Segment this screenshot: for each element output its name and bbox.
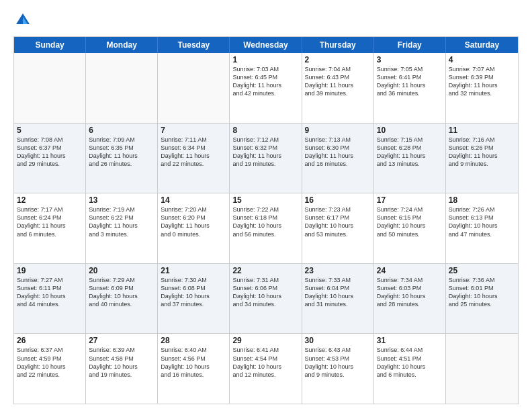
day-cell-3: 3Sunrise: 7:05 AM Sunset: 6:41 PM Daylig… [374,53,446,123]
day-number: 25 [449,266,515,275]
calendar-row-4: 26Sunrise: 6:37 AM Sunset: 4:59 PM Dayli… [14,333,518,404]
day-number: 9 [305,126,371,135]
day-number: 21 [161,266,226,275]
calendar-header: SundayMondayTuesdayWednesdayThursdayFrid… [14,37,518,53]
day-info: Sunrise: 7:19 AM Sunset: 6:22 PM Dayligh… [89,205,154,238]
empty-cell-0-1 [86,53,158,123]
day-cell-23: 23Sunrise: 7:33 AM Sunset: 6:04 PM Dayli… [302,264,374,334]
day-number: 7 [161,126,226,135]
day-number: 28 [161,336,226,345]
day-cell-19: 19Sunrise: 7:27 AM Sunset: 6:11 PM Dayli… [14,264,86,334]
calendar-row-3: 19Sunrise: 7:27 AM Sunset: 6:11 PM Dayli… [14,263,518,334]
day-number: 31 [377,336,443,345]
day-info: Sunrise: 7:27 AM Sunset: 6:11 PM Dayligh… [17,276,83,309]
day-number: 3 [377,55,443,64]
day-cell-18: 18Sunrise: 7:26 AM Sunset: 6:13 PM Dayli… [446,193,518,263]
day-number: 4 [449,55,515,64]
day-cell-8: 8Sunrise: 7:12 AM Sunset: 6:32 PM Daylig… [230,124,302,193]
day-info: Sunrise: 6:43 AM Sunset: 4:53 PM Dayligh… [305,346,371,379]
day-info: Sunrise: 7:16 AM Sunset: 6:26 PM Dayligh… [449,136,515,169]
calendar-body: 1Sunrise: 7:03 AM Sunset: 6:45 PM Daylig… [14,53,518,404]
header-day-friday: Friday [374,37,446,53]
day-number: 16 [305,195,371,205]
day-info: Sunrise: 6:41 AM Sunset: 4:54 PM Dayligh… [232,346,298,379]
day-cell-7: 7Sunrise: 7:11 AM Sunset: 6:34 PM Daylig… [158,124,230,193]
day-info: Sunrise: 7:31 AM Sunset: 6:06 PM Dayligh… [232,276,298,309]
day-info: Sunrise: 7:08 AM Sunset: 6:37 PM Dayligh… [17,136,83,169]
day-cell-16: 16Sunrise: 7:23 AM Sunset: 6:17 PM Dayli… [302,193,374,263]
day-cell-27: 27Sunrise: 6:39 AM Sunset: 4:58 PM Dayli… [86,334,158,404]
day-number: 23 [305,266,371,275]
day-number: 8 [232,126,298,135]
day-info: Sunrise: 7:09 AM Sunset: 6:35 PM Dayligh… [89,136,154,169]
day-info: Sunrise: 6:39 AM Sunset: 4:58 PM Dayligh… [89,346,154,379]
day-info: Sunrise: 7:17 AM Sunset: 6:24 PM Dayligh… [17,205,83,238]
empty-cell-4-6 [446,334,518,404]
day-cell-21: 21Sunrise: 7:30 AM Sunset: 6:08 PM Dayli… [158,264,230,334]
header-day-wednesday: Wednesday [230,37,302,53]
day-number: 15 [232,195,298,205]
day-info: Sunrise: 7:34 AM Sunset: 6:03 PM Dayligh… [377,276,443,309]
day-cell-13: 13Sunrise: 7:19 AM Sunset: 6:22 PM Dayli… [86,193,158,263]
day-info: Sunrise: 7:33 AM Sunset: 6:04 PM Dayligh… [305,276,371,309]
day-info: Sunrise: 7:29 AM Sunset: 6:09 PM Dayligh… [89,276,154,309]
day-number: 20 [89,266,154,275]
day-info: Sunrise: 7:26 AM Sunset: 6:13 PM Dayligh… [449,205,515,238]
day-info: Sunrise: 7:11 AM Sunset: 6:34 PM Dayligh… [161,136,226,169]
day-number: 27 [89,336,154,345]
day-number: 17 [377,195,443,205]
header-day-sunday: Sunday [14,37,86,53]
day-number: 13 [89,195,154,205]
day-number: 12 [17,195,83,205]
day-info: Sunrise: 7:24 AM Sunset: 6:15 PM Dayligh… [377,205,443,238]
calendar: SundayMondayTuesdayWednesdayThursdayFrid… [13,36,519,404]
day-info: Sunrise: 7:22 AM Sunset: 6:18 PM Dayligh… [232,205,298,238]
day-cell-1: 1Sunrise: 7:03 AM Sunset: 6:45 PM Daylig… [230,53,302,123]
day-cell-4: 4Sunrise: 7:07 AM Sunset: 6:39 PM Daylig… [446,53,518,123]
day-info: Sunrise: 7:13 AM Sunset: 6:30 PM Dayligh… [305,136,371,169]
day-info: Sunrise: 6:40 AM Sunset: 4:56 PM Dayligh… [161,346,226,379]
header-day-monday: Monday [86,37,158,53]
day-info: Sunrise: 7:03 AM Sunset: 6:45 PM Dayligh… [232,65,298,98]
day-number: 19 [17,266,83,275]
day-cell-28: 28Sunrise: 6:40 AM Sunset: 4:56 PM Dayli… [158,334,230,404]
day-info: Sunrise: 7:30 AM Sunset: 6:08 PM Dayligh… [161,276,226,309]
page: SundayMondayTuesdayWednesdayThursdayFrid… [0,0,532,411]
calendar-row-2: 12Sunrise: 7:17 AM Sunset: 6:24 PM Dayli… [14,193,518,263]
header-day-tuesday: Tuesday [158,37,230,53]
day-cell-31: 31Sunrise: 6:44 AM Sunset: 4:51 PM Dayli… [374,334,446,404]
day-number: 30 [305,336,371,345]
day-cell-9: 9Sunrise: 7:13 AM Sunset: 6:30 PM Daylig… [302,124,374,193]
day-info: Sunrise: 7:05 AM Sunset: 6:41 PM Dayligh… [377,65,443,98]
day-cell-30: 30Sunrise: 6:43 AM Sunset: 4:53 PM Dayli… [302,334,374,404]
day-cell-5: 5Sunrise: 7:08 AM Sunset: 6:37 PM Daylig… [14,124,86,193]
logo [13,11,35,30]
logo-icon [13,11,32,30]
day-info: Sunrise: 7:04 AM Sunset: 6:43 PM Dayligh… [305,65,371,98]
day-cell-12: 12Sunrise: 7:17 AM Sunset: 6:24 PM Dayli… [14,193,86,263]
day-info: Sunrise: 7:07 AM Sunset: 6:39 PM Dayligh… [449,65,515,98]
day-number: 24 [377,266,443,275]
day-number: 2 [305,55,371,64]
day-info: Sunrise: 6:44 AM Sunset: 4:51 PM Dayligh… [377,346,443,379]
day-cell-24: 24Sunrise: 7:34 AM Sunset: 6:03 PM Dayli… [374,264,446,334]
day-cell-17: 17Sunrise: 7:24 AM Sunset: 6:15 PM Dayli… [374,193,446,263]
empty-cell-0-0 [14,53,86,123]
day-number: 26 [17,336,83,345]
header-day-saturday: Saturday [446,37,518,53]
day-number: 10 [377,126,443,135]
day-number: 22 [232,266,298,275]
day-cell-11: 11Sunrise: 7:16 AM Sunset: 6:26 PM Dayli… [446,124,518,193]
calendar-row-1: 5Sunrise: 7:08 AM Sunset: 6:37 PM Daylig… [14,123,518,193]
day-cell-20: 20Sunrise: 7:29 AM Sunset: 6:09 PM Dayli… [86,264,158,334]
day-cell-22: 22Sunrise: 7:31 AM Sunset: 6:06 PM Dayli… [230,264,302,334]
day-cell-26: 26Sunrise: 6:37 AM Sunset: 4:59 PM Dayli… [14,334,86,404]
day-number: 14 [161,195,226,205]
day-cell-25: 25Sunrise: 7:36 AM Sunset: 6:01 PM Dayli… [446,264,518,334]
day-number: 11 [449,126,515,135]
day-cell-15: 15Sunrise: 7:22 AM Sunset: 6:18 PM Dayli… [230,193,302,263]
day-info: Sunrise: 6:37 AM Sunset: 4:59 PM Dayligh… [17,346,83,379]
day-cell-10: 10Sunrise: 7:15 AM Sunset: 6:28 PM Dayli… [374,124,446,193]
day-info: Sunrise: 7:20 AM Sunset: 6:20 PM Dayligh… [161,205,226,238]
header-day-thursday: Thursday [302,37,374,53]
